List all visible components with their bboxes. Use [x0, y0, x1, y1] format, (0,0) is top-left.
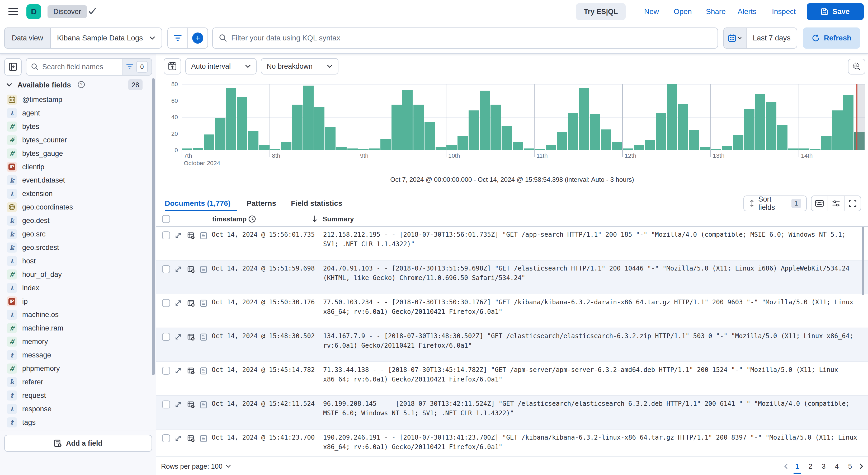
histogram-bar[interactable]: [513, 142, 523, 150]
chart-options-button[interactable]: [164, 58, 181, 75]
expand-row-icon[interactable]: [175, 333, 182, 340]
save-button[interactable]: Save: [807, 3, 864, 20]
saved-filters-button[interactable]: [168, 28, 187, 48]
page-button-3[interactable]: 3: [819, 462, 828, 471]
field-item-extension[interactable]: textension: [0, 187, 148, 200]
histogram-bar[interactable]: [612, 142, 622, 150]
field-item-memory[interactable]: #memory: [0, 335, 148, 348]
expand-row-icon[interactable]: [175, 300, 182, 306]
histogram-bar[interactable]: [700, 147, 710, 150]
expand-row-icon[interactable]: [175, 232, 182, 239]
fullscreen-button[interactable]: [844, 196, 861, 211]
field-item-machine.ram[interactable]: #machine.ram: [0, 322, 148, 335]
histogram-bar[interactable]: [469, 111, 479, 150]
expand-row-icon[interactable]: [175, 266, 182, 273]
degraded-doc-icon[interactable]: [187, 333, 195, 341]
tab-patterns[interactable]: Patterns: [247, 199, 276, 208]
add-field-button[interactable]: Add a field: [4, 435, 152, 452]
histogram-bar[interactable]: [579, 88, 589, 150]
edit-visualization-button[interactable]: [848, 59, 865, 75]
histogram-bar[interactable]: [590, 114, 600, 150]
view-document-icon[interactable]: [200, 333, 207, 341]
degraded-doc-icon[interactable]: [187, 367, 195, 375]
nav-inspect[interactable]: Inspect: [772, 0, 796, 23]
histogram-bar[interactable]: [380, 139, 391, 150]
nav-new[interactable]: New: [644, 0, 659, 23]
degraded-doc-icon[interactable]: [187, 401, 195, 409]
degraded-doc-icon[interactable]: [187, 300, 195, 307]
field-item-message[interactable]: tmessage: [0, 349, 148, 362]
previous-page-button[interactable]: [783, 463, 788, 470]
view-document-icon[interactable]: [200, 266, 207, 273]
view-document-icon[interactable]: [200, 232, 207, 239]
nav-alerts[interactable]: Alerts: [738, 0, 756, 23]
sort-fields-button[interactable]: Sort fields 1: [743, 196, 807, 211]
expand-row-icon[interactable]: [175, 435, 182, 442]
field-filter-icon[interactable]: [126, 64, 133, 70]
histogram-bar[interactable]: [546, 145, 556, 150]
expand-row-icon[interactable]: [175, 367, 182, 374]
histogram-bar[interactable]: [601, 129, 611, 150]
grid-scrollbar[interactable]: [862, 227, 864, 295]
view-document-icon[interactable]: [200, 367, 207, 375]
histogram-bar[interactable]: [292, 105, 303, 150]
histogram-bar[interactable]: [336, 147, 347, 150]
histogram-bar[interactable]: [446, 145, 457, 150]
histogram-bar[interactable]: [204, 135, 214, 150]
field-item-bytes_gauge[interactable]: #bytes_gauge: [0, 147, 148, 160]
histogram-bar[interactable]: [325, 127, 336, 150]
histogram-bar[interactable]: [799, 148, 809, 150]
add-filter-button[interactable]: +: [187, 28, 208, 48]
elastic-project-logo[interactable]: D: [26, 4, 41, 19]
tab-field-statistics[interactable]: Field statistics: [291, 199, 342, 208]
histogram-bar[interactable]: [215, 118, 225, 150]
field-item-event.dataset[interactable]: kevent.dataset: [0, 174, 148, 187]
date-picker[interactable]: Last 7 days: [723, 27, 797, 49]
field-item-geo.src[interactable]: kgeo.src: [0, 228, 148, 241]
row-checkbox[interactable]: [162, 265, 170, 273]
histogram-bar[interactable]: [711, 149, 721, 150]
histogram-bar[interactable]: [568, 113, 578, 150]
page-button-2[interactable]: 2: [806, 462, 815, 471]
field-item-hour_of_day[interactable]: #hour_of_day: [0, 268, 148, 281]
histogram-bar[interactable]: [788, 148, 799, 150]
field-item-phpmemory[interactable]: #phpmemory: [0, 362, 148, 375]
breadcrumb[interactable]: Discover: [48, 5, 87, 18]
histogram-bar[interactable]: [270, 149, 280, 150]
histogram-bar[interactable]: [557, 132, 567, 150]
data-view-picker[interactable]: Data view Kibana Sample Data Logs: [4, 27, 162, 49]
view-document-icon[interactable]: [200, 300, 207, 307]
field-search-input[interactable]: Search field names 0: [26, 58, 152, 76]
row-checkbox[interactable]: [162, 231, 170, 239]
degraded-doc-icon[interactable]: [187, 266, 195, 273]
sidebar-scrollbar[interactable]: [152, 78, 155, 375]
histogram-bar[interactable]: [237, 97, 247, 150]
histogram-bar[interactable]: [755, 94, 765, 150]
degraded-doc-icon[interactable]: [187, 232, 195, 239]
field-item-bytes[interactable]: #bytes: [0, 120, 148, 133]
histogram-bar[interactable]: [480, 91, 490, 150]
histogram-bar[interactable]: [832, 111, 843, 150]
row-checkbox[interactable]: [162, 299, 170, 307]
histogram-bar[interactable]: [281, 142, 291, 150]
collapse-sidebar-button[interactable]: [4, 58, 22, 76]
field-item-geo.dest[interactable]: kgeo.dest: [0, 214, 148, 227]
field-item-@timestamp[interactable]: @timestamp: [0, 93, 148, 106]
histogram-bar[interactable]: [402, 90, 413, 150]
field-item-tags[interactable]: ttags: [0, 416, 148, 429]
histogram-bar[interactable]: [392, 105, 402, 150]
field-item-agent[interactable]: tagent: [0, 107, 148, 120]
histogram-bar[interactable]: [413, 105, 424, 150]
row-checkbox[interactable]: [162, 400, 170, 409]
histogram-bar[interactable]: [634, 145, 644, 150]
field-item-bytes_counter[interactable]: #bytes_counter: [0, 133, 148, 147]
try-esql-button[interactable]: Try ES|QL: [576, 3, 626, 20]
histogram-bar[interactable]: [502, 126, 512, 150]
histogram-bar[interactable]: [259, 145, 270, 150]
histogram-bar[interactable]: [843, 95, 854, 150]
row-checkbox[interactable]: [162, 333, 170, 341]
field-item-clientip[interactable]: IPclientip: [0, 160, 148, 174]
degraded-doc-icon[interactable]: [187, 435, 195, 442]
histogram-bar[interactable]: [314, 107, 324, 150]
histogram-bar[interactable]: [369, 148, 380, 150]
